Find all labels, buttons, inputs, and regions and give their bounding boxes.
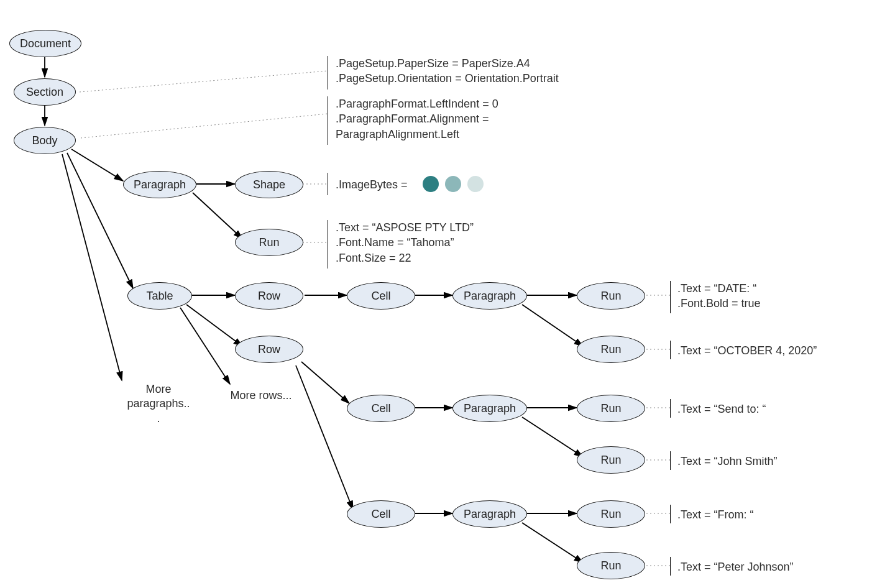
node-label: Section [26,86,63,99]
annotation-bar [670,341,671,359]
annotation-line: ParagraphAlignment.Left [336,127,498,142]
node-label: Run [259,236,279,249]
node-label: Paragraph [464,508,516,521]
annotation-line: .Text = “ASPOSE PTY LTD” [336,220,474,235]
annotation-line: .Text = “OCTOBER 4, 2020” [677,343,817,358]
annotation-section: .PageSetup.PaperSize = PaperSize.A4 .Pag… [336,56,559,86]
node-label: Run [600,508,621,521]
node-run-1: Run [235,229,303,256]
svg-line-8 [186,305,242,346]
annotation-bar [328,96,328,145]
diagram-canvas: Document Section Body Paragraph Shape Ru… [0,0,895,588]
annotation-line: .ParagraphFormat.Alignment = [336,111,498,126]
note-more-paragraphs: More paragraphs.. . [118,382,199,426]
annotation-run-1: .Text = “ASPOSE PTY LTD” .Font.Name = “T… [336,220,474,265]
image-bytes-dots [423,176,484,192]
annotation-line: .PageSetup.PaperSize = PaperSize.A4 [336,56,559,71]
annotation-bar [670,557,671,576]
annotation-bar [670,399,671,418]
svg-line-15 [296,365,353,510]
annotation-run-6: .Text = “From: “ [677,507,754,522]
node-label: Run [600,559,621,572]
node-label: Run [600,290,621,303]
annotation-run-3: .Text = “OCTOBER 4, 2020” [677,343,817,358]
node-cell-2: Cell [347,395,415,422]
node-label: Cell [371,290,390,303]
annotation-bar [670,281,671,313]
node-document: Document [9,30,81,57]
annotation-run-7: .Text = “Peter Johnson” [677,559,794,574]
node-label: Run [600,402,621,415]
annotation-line: .Font.Bold = true [677,296,761,311]
node-run-5: Run [577,446,645,474]
annotation-line: .ParagraphFormat.LeftIndent = 0 [336,96,498,111]
node-label: Row [258,290,280,303]
annotation-line: .Text = “Peter Johnson” [677,559,794,574]
node-run-6: Run [577,500,645,528]
svg-line-13 [522,305,583,346]
node-run-3: Run [577,336,645,363]
node-label: Body [32,134,57,147]
annotation-line: .Text = “John Smith” [677,454,778,469]
node-label: Shape [253,178,285,191]
svg-line-23 [81,114,328,138]
node-cell-1: Cell [347,282,415,310]
node-label: Table [146,290,173,303]
node-body: Body [14,127,76,154]
node-paragraph-1: Paragraph [123,171,196,198]
annotation-bar [670,505,671,523]
node-label: Document [20,37,71,50]
annotation-bar [670,451,671,470]
node-run-4: Run [577,395,645,422]
node-label: Paragraph [134,178,186,191]
node-paragraph-3: Paragraph [452,395,527,422]
node-table: Table [127,282,192,310]
node-shape: Shape [235,171,303,198]
svg-line-22 [80,71,328,92]
node-paragraph-2: Paragraph [452,282,527,310]
annotation-line: .Text = “DATE: “ [677,281,761,296]
dot-icon [467,176,484,192]
annotation-run-5: .Text = “John Smith” [677,454,778,469]
svg-line-6 [193,193,242,239]
node-row-2: Row [235,336,303,363]
annotation-line: .Font.Name = “Tahoma” [336,235,474,250]
node-cell-3: Cell [347,500,415,528]
node-paragraph-4: Paragraph [452,500,527,528]
annotation-line: .Text = “Send to: “ [677,402,766,416]
annotation-bar [328,173,328,195]
node-section: Section [14,78,76,106]
svg-line-14 [301,362,349,403]
node-label: Row [258,343,280,356]
svg-line-4 [62,154,122,380]
svg-line-9 [180,308,230,384]
node-label: Paragraph [464,290,516,303]
note-more-rows: More rows... [218,388,305,403]
svg-line-18 [522,417,583,457]
node-label: Run [600,343,621,356]
node-label: Cell [371,508,390,521]
node-run-2: Run [577,282,645,310]
node-label: Run [600,454,621,467]
node-row-1: Row [235,282,303,310]
dot-icon [445,176,461,192]
node-label: Cell [371,402,390,415]
annotation-run-4: .Text = “Send to: “ [677,402,766,416]
annotation-line: .PageSetup.Orientation = Orientation.Por… [336,71,559,86]
annotation-body: .ParagraphFormat.LeftIndent = 0 .Paragra… [336,96,498,142]
node-label: Paragraph [464,402,516,415]
annotation-bar [328,56,328,90]
node-run-7: Run [577,552,645,579]
annotation-run-2: .Text = “DATE: “ .Font.Bold = true [677,281,761,311]
svg-line-21 [522,523,583,563]
annotation-line: .ImageBytes = [336,178,408,191]
dot-icon [423,176,439,192]
svg-line-3 [67,153,133,288]
annotation-shape: .ImageBytes = [336,177,408,192]
svg-line-2 [71,149,123,181]
annotation-line: .Text = “From: “ [677,507,754,522]
annotation-bar [328,220,328,269]
annotation-line: .Font.Size = 22 [336,250,474,265]
